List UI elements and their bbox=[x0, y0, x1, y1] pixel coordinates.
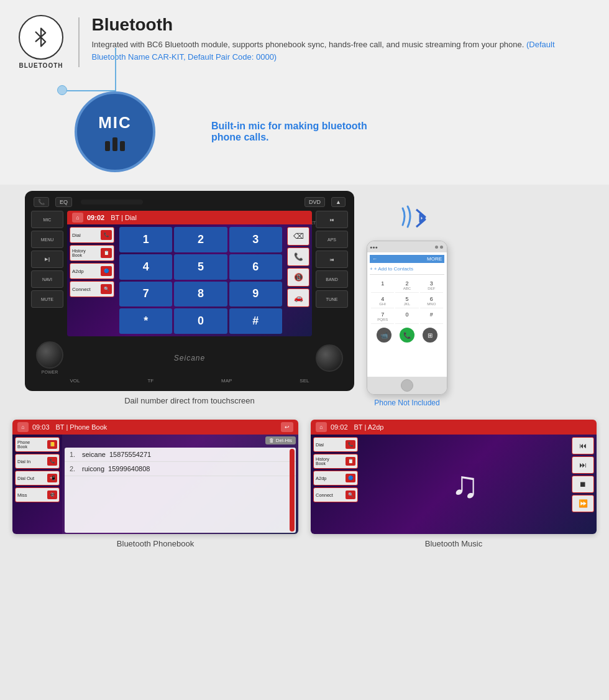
contact-scrollbar[interactable] bbox=[290, 449, 295, 532]
phone-add-contact[interactable]: + + Add to Contacts bbox=[370, 265, 444, 274]
car-unit-top-bar: 📞 EQ DVD ▲ bbox=[31, 197, 348, 207]
car-mic-btn[interactable]: MIC bbox=[31, 211, 63, 228]
del-his-btn[interactable]: 🗑 Del-His bbox=[265, 436, 296, 444]
car-eject-btn[interactable]: ▲ bbox=[331, 197, 346, 207]
phone-video-btn[interactable]: 📹 bbox=[377, 328, 392, 343]
music-a2dp-btn[interactable]: A2dp 🔵 bbox=[313, 471, 358, 486]
screen-numpad: 1 2 3 4 5 6 7 8 9 * 0 # bbox=[117, 224, 285, 336]
car-right-knob[interactable] bbox=[316, 344, 343, 372]
numpad-4[interactable]: 4 bbox=[119, 254, 172, 280]
music-center: ♫ bbox=[360, 435, 569, 534]
phone-num-6[interactable]: 6MNO bbox=[420, 294, 443, 308]
car-skip-prev-btn[interactable]: ⏮ bbox=[316, 251, 348, 268]
phonebook-screen-header: ⌂ 09:03 BT | Phone Book ↩ bbox=[12, 420, 298, 435]
phone-home-btn[interactable] bbox=[401, 379, 413, 392]
music-home-icon[interactable]: ⌂ bbox=[316, 422, 327, 432]
mic-section: MIC Built-in mic for making bluetooth ph… bbox=[0, 79, 609, 185]
phone-num-3[interactable]: 3DEF bbox=[420, 279, 443, 293]
music-history-btn[interactable]: HistoryBook 📋 bbox=[313, 454, 358, 469]
numpad-5[interactable]: 5 bbox=[174, 254, 227, 280]
contact-1[interactable]: 1. seicane 15875554271 bbox=[65, 448, 296, 462]
end-call-btn[interactable]: 📵 bbox=[287, 268, 309, 287]
phonebook-home-icon[interactable]: ⌂ bbox=[17, 422, 29, 432]
connect-btn[interactable]: Connect 🔍 bbox=[70, 281, 114, 297]
phone-book-btn[interactable]: PhoneBook 📒 bbox=[15, 437, 60, 452]
phonebook-icon: 📒 bbox=[47, 440, 57, 449]
dial-btn[interactable]: Dial 📞 bbox=[70, 227, 114, 243]
car-play-btn[interactable]: ▶‖ bbox=[31, 251, 63, 268]
car-phone-btn[interactable]: 📞 bbox=[34, 197, 49, 207]
car-aps-btn[interactable]: APS bbox=[316, 231, 348, 248]
tf-label: TF bbox=[147, 378, 153, 384]
numpad-0[interactable]: 0 bbox=[174, 308, 227, 334]
bluetooth-icon-wrap: BLUETOOTH bbox=[19, 15, 63, 69]
car-tune-btn[interactable]: TUNE bbox=[316, 290, 348, 308]
numpad-1[interactable]: 1 bbox=[119, 227, 172, 252]
contact-2-name: ruicong bbox=[82, 465, 104, 472]
numpad-star[interactable]: * bbox=[119, 308, 172, 334]
phone-call-btn[interactable]: 📞 bbox=[400, 328, 414, 343]
numpad-9[interactable]: 9 bbox=[229, 282, 282, 307]
a2dp-btn[interactable]: A2dp 🔵 bbox=[70, 263, 114, 279]
phone-num-0[interactable]: 0 bbox=[395, 310, 418, 324]
contact-2[interactable]: 2. ruicong 15999640808 bbox=[65, 462, 296, 476]
backspace-btn[interactable]: ⌫ bbox=[287, 227, 309, 246]
car-top-left-controls: 📞 EQ bbox=[34, 197, 145, 207]
music-next-track-btn[interactable]: ⏩ bbox=[572, 495, 594, 512]
phonebook-frame: ⌂ 09:03 BT | Phone Book ↩ PhoneBook 📒 Di… bbox=[12, 420, 298, 534]
numpad-7[interactable]: 7 bbox=[119, 282, 172, 307]
phone-num-4[interactable]: 4GHI bbox=[371, 294, 394, 308]
music-screen-header: ⌂ 09:02 BT | A2dp bbox=[311, 420, 597, 435]
phone-num-2[interactable]: 2ABC bbox=[395, 279, 418, 293]
miss-btn[interactable]: Miss 📵 bbox=[15, 487, 60, 502]
phone-num-hash[interactable]: # bbox=[420, 310, 443, 324]
music-body: Dial 📞 HistoryBook 📋 A2dp 🔵 Connect 🔍 bbox=[311, 435, 597, 534]
mic-bar-3 bbox=[120, 141, 125, 151]
phone-num-7[interactable]: 7PQRS bbox=[371, 310, 394, 324]
music-dial-icon: 📞 bbox=[346, 440, 355, 449]
history-book-btn[interactable]: HistoryBook 📋 bbox=[70, 245, 114, 261]
dial-in-btn[interactable]: Dial In 📞 bbox=[15, 454, 60, 469]
music-connect-btn[interactable]: Connect 🔍 bbox=[313, 487, 358, 502]
numpad-2[interactable]: 2 bbox=[174, 227, 227, 252]
bt-signal-icon bbox=[398, 203, 435, 234]
car-left-knob[interactable] bbox=[36, 341, 63, 369]
car-skip-next-btn[interactable]: ⏭ bbox=[316, 211, 348, 228]
numpad-6[interactable]: 6 bbox=[229, 254, 282, 280]
accept-call-btn[interactable]: 📞 bbox=[287, 247, 309, 266]
phone-num-1[interactable]: 1 bbox=[371, 279, 394, 293]
car-band-btn[interactable]: BAND bbox=[316, 270, 348, 288]
screen-home-icon[interactable]: ⌂ bbox=[72, 213, 83, 223]
phone-grid-btn[interactable]: ⊞ bbox=[423, 328, 437, 343]
car-icon-btn[interactable]: 🚗 bbox=[287, 288, 309, 307]
numpad-3[interactable]: 3 bbox=[229, 227, 282, 252]
car-navi-btn[interactable]: NAVI bbox=[31, 270, 63, 288]
numpad-8[interactable]: 8 bbox=[174, 282, 227, 307]
music-skip-prev-btn[interactable]: ⏮ bbox=[572, 437, 594, 454]
mic-bar-2 bbox=[112, 137, 117, 151]
phone-back-arrow[interactable]: ← bbox=[372, 256, 377, 262]
vol-label: VOL bbox=[70, 378, 80, 384]
car-menu-btn[interactable]: MENU bbox=[31, 231, 63, 248]
screen-time: 09:02 bbox=[87, 214, 104, 221]
dial-out-btn[interactable]: Dial Out 📲 bbox=[15, 471, 60, 486]
car-dvd-btn[interactable]: DVD bbox=[304, 197, 325, 207]
phonebook-back-btn[interactable]: ↩ bbox=[281, 422, 293, 432]
numpad-hash[interactable]: # bbox=[229, 308, 282, 334]
dial-icon: 📞 bbox=[101, 230, 112, 240]
screen-header: ⌂ 09:02 BT | Dial bbox=[67, 211, 312, 224]
car-unit: 📞 EQ DVD ▲ RESET MIC MENU ▶‖ NAVI bbox=[25, 191, 354, 405]
music-skip-next-btn[interactable]: ⏭ bbox=[572, 456, 594, 474]
car-eq-btn[interactable]: EQ bbox=[55, 197, 72, 207]
connect-icon: 🔍 bbox=[101, 284, 112, 294]
car-mute-btn[interactable]: MUTE bbox=[31, 290, 63, 308]
bluetooth-circle-icon bbox=[19, 15, 63, 60]
header-divider bbox=[78, 17, 80, 67]
music-history-icon: 📋 bbox=[346, 457, 355, 466]
phone-num-5[interactable]: 5JKL bbox=[395, 294, 418, 308]
map-label: MAP bbox=[221, 378, 232, 384]
header-section: BLUETOOTH Bluetooth Integrated with BC6 … bbox=[0, 0, 609, 79]
page-title: Bluetooth bbox=[92, 15, 591, 35]
music-dial-btn[interactable]: Dial 📞 bbox=[313, 437, 358, 452]
music-stop-btn[interactable]: ⏹ bbox=[572, 476, 594, 493]
